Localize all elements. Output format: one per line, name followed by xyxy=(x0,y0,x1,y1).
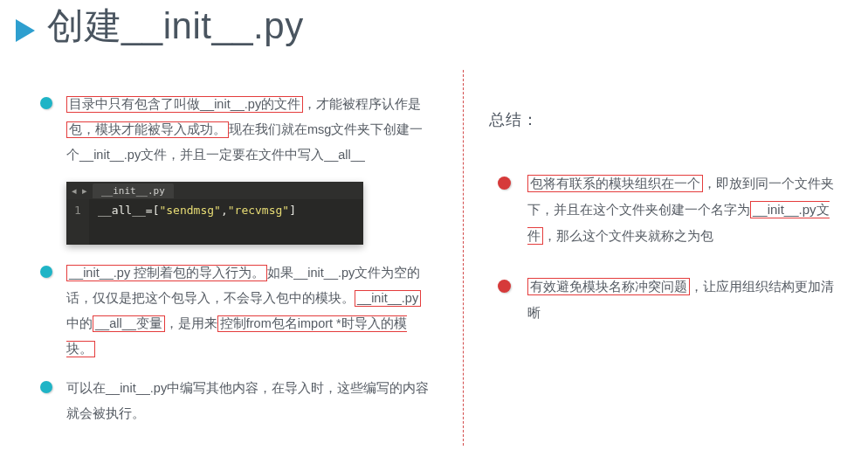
editor-body: 1 __all__=["sendmsg","recvmsg"] xyxy=(66,199,363,245)
slide-title-row: 创建__init__.py xyxy=(16,2,304,51)
bullet-dot-icon xyxy=(498,280,511,293)
line-number: 1 xyxy=(66,199,89,245)
left-paragraph-1: 目录中只有包含了叫做__init__.py的文件，才能被程序认作是 包，模块才能… xyxy=(40,92,433,168)
left-paragraph-3: 可以在__init__.py中编写其他内容，在导入时，这些编写的内容就会被执行。 xyxy=(40,376,433,426)
editor-tab: __init__.py xyxy=(93,184,174,198)
body-text: 可以在__init__.py中编写其他内容，在导入时，这些编写的内容就会被执行。 xyxy=(66,381,429,420)
left-column: 目录中只有包含了叫做__init__.py的文件，才能被程序认作是 包，模块才能… xyxy=(40,92,433,440)
highlight-text: __init__.py 控制着包的导入行为。 xyxy=(66,265,267,281)
bullet-dot-icon xyxy=(40,266,52,278)
code-token: ] xyxy=(289,204,296,217)
right-paragraph-2: 有效避免模块名称冲突问题，让应用组织结构更加清晰 xyxy=(489,274,838,326)
body-text: ，才能被程序认作是 xyxy=(303,97,421,111)
right-column: 总结： 包将有联系的模块组织在一个，即放到同一个文件夹下，并且在这个文件夹创建一… xyxy=(489,109,838,350)
code-token: "sendmsg" xyxy=(159,204,220,217)
left-paragraph-2: __init__.py 控制着包的导入行为。如果__init__.py文件为空的… xyxy=(40,260,433,362)
summary-heading: 总结： xyxy=(489,109,838,130)
bullet-dot-icon xyxy=(40,381,52,393)
bullet-dot-icon xyxy=(40,97,52,109)
highlight-text: 有效避免模块名称冲突问题 xyxy=(527,278,690,295)
body-text: ，是用来 xyxy=(165,316,217,330)
column-divider xyxy=(463,70,464,446)
chevron-right-icon: ▸ xyxy=(82,185,87,197)
right-paragraph-1: 包将有联系的模块组织在一个，即放到同一个文件夹下，并且在这个文件夹创建一个名字为… xyxy=(489,170,838,249)
code-token: , xyxy=(221,204,228,217)
code-token: __all__ xyxy=(98,204,146,217)
highlight-text: 目录中只有包含了叫做__init__.py的文件 xyxy=(66,96,303,113)
code-token: "recvmsg" xyxy=(228,204,289,217)
code-token: = xyxy=(146,204,153,217)
triangle-icon xyxy=(16,19,35,42)
highlight-text: __all__变量 xyxy=(93,315,165,332)
body-text: ，那么这个文件夹就称之为包 xyxy=(543,228,713,243)
slide-title: 创建__init__.py xyxy=(47,2,304,51)
bullet-dot-icon xyxy=(498,177,511,190)
highlight-text: 包，模块才能被导入成功。 xyxy=(66,121,229,138)
code-editor: ◂ ▸ __init__.py 1 __all__=["sendmsg","re… xyxy=(66,182,363,245)
highlight-text: 包将有联系的模块组织在一个 xyxy=(527,175,703,192)
slide-root: 创建__init__.py 目录中只有包含了叫做__init__.py的文件，才… xyxy=(0,0,868,464)
highlight-text: __init__.py xyxy=(355,290,421,307)
body-text: 中的 xyxy=(66,316,93,330)
editor-tabbar: ◂ ▸ __init__.py xyxy=(66,182,363,199)
code-line: __all__=["sendmsg","recvmsg"] xyxy=(89,199,296,245)
chevron-left-icon: ◂ xyxy=(72,185,77,197)
